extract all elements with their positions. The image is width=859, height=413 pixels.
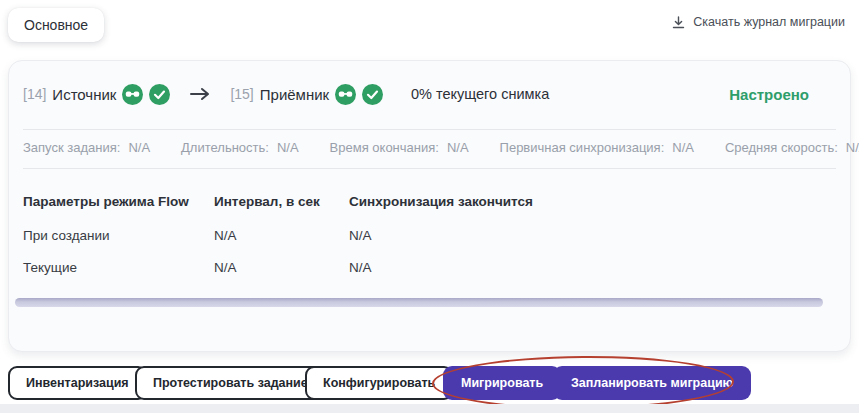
stats-row: Запуск задания:N/A Длительность:N/A Врем… [23, 140, 836, 155]
stat-end-time: Время окончания:N/A [330, 140, 469, 155]
card-header: [14] Источник [23, 79, 836, 109]
divider [23, 129, 836, 130]
stat-task-start: Запуск задания:N/A [23, 140, 150, 155]
target-endpoint: [15] Приёмник [230, 84, 383, 105]
stat-initial-sync: Первичная синхронизация:N/A [500, 140, 694, 155]
configure-button[interactable]: Конфигурировать [305, 366, 453, 400]
flow-arrow-icon [190, 87, 210, 101]
row-name: Текущие [23, 260, 77, 275]
schedule-migration-button[interactable]: Запланировать миграцию [553, 366, 751, 400]
download-icon [672, 16, 685, 29]
row-sync-end: N/A [349, 260, 372, 275]
table-row: Текущие N/A N/A [23, 260, 836, 292]
source-inventory-icon [122, 84, 143, 105]
migrate-button[interactable]: Мигрировать [443, 366, 561, 400]
row-interval: N/A [214, 228, 237, 243]
source-check-icon [149, 84, 170, 105]
migration-card: [14] Источник [8, 60, 851, 352]
target-inventory-icon [335, 84, 356, 105]
source-label: Источник [52, 86, 116, 103]
row-sync-end: N/A [349, 228, 372, 243]
horizontal-scrollbar[interactable] [15, 298, 823, 307]
table-row: При создании N/A N/A [23, 228, 836, 260]
target-check-icon [362, 84, 383, 105]
target-label: Приёмник [260, 86, 329, 103]
source-endpoint: [14] Источник [23, 84, 170, 105]
stat-average-speed: Средняя скорость:N/A [725, 140, 859, 155]
source-id: [14] [23, 86, 46, 102]
status-badge: Настроено [729, 86, 809, 103]
inventory-button[interactable]: Инвентаризация [8, 366, 147, 400]
tab-main[interactable]: Основное [8, 8, 104, 42]
test-task-button[interactable]: Протестировать задание [135, 366, 326, 400]
download-migration-log-link[interactable]: Скачать журнал миграции [672, 15, 845, 29]
column-header-interval: Интервал, в сек [214, 194, 320, 209]
row-name: При создании [23, 228, 110, 243]
migration-page: Основное Скачать журнал миграции [14] Ис… [0, 0, 859, 413]
flow-parameters-table: Параметры режима Flow Интервал, в сек Си… [23, 194, 836, 292]
table-header-row: Параметры режима Flow Интервал, в сек Си… [23, 194, 836, 228]
download-link-label: Скачать журнал миграции [693, 15, 845, 29]
column-header-sync-end: Синхронизация закончится [349, 194, 533, 209]
stat-duration: Длительность:N/A [181, 140, 299, 155]
divider [23, 168, 836, 169]
tab-main-label: Основное [24, 17, 88, 33]
row-interval: N/A [214, 260, 237, 275]
column-header-flow-params: Параметры режима Flow [23, 194, 189, 209]
bottom-strip [0, 404, 859, 413]
target-id: [15] [230, 86, 253, 102]
snapshot-progress-text: 0% текущего снимка [411, 86, 549, 102]
